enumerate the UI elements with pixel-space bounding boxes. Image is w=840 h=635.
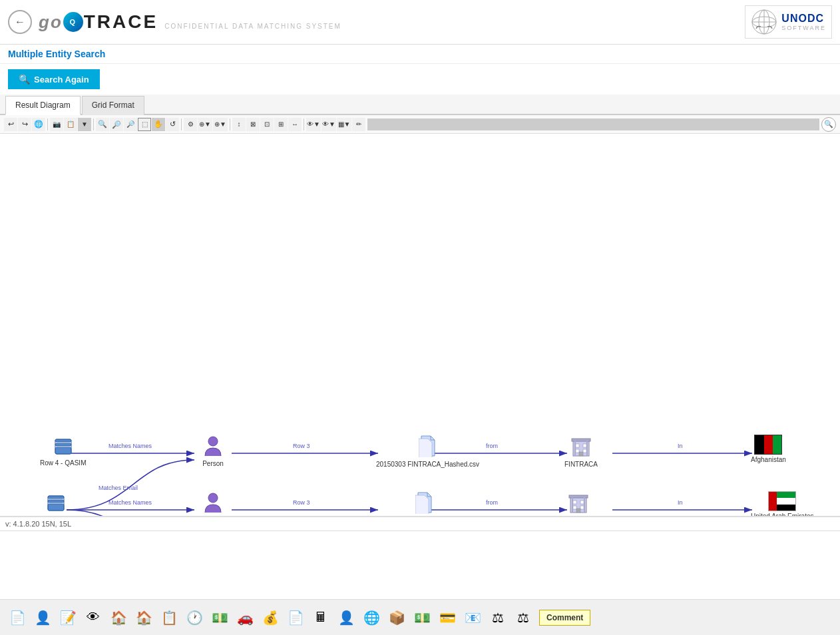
node-row4-label: Row 4 - QASIM <box>40 459 86 467</box>
toolbar-refresh-btn[interactable]: ↺ <box>166 118 179 131</box>
svg-point-36 <box>208 437 218 446</box>
tab-result-diagram[interactable]: Result Diagram <box>5 96 81 115</box>
node-person1-label: Person <box>202 460 224 467</box>
toolbar-connect-btn[interactable]: ↔ <box>288 118 302 131</box>
node-file1[interactable]: 20150303 FINTRACA_Hashed.csv <box>376 435 479 468</box>
svg-rect-33 <box>55 443 71 446</box>
bottom-tool-money[interactable]: 💵 <box>208 606 232 630</box>
toolbar-redo-btn[interactable]: ↪ <box>18 118 31 131</box>
bottom-tool-doc2[interactable]: 📄 <box>284 606 308 630</box>
bottom-tool-gavel[interactable]: ⚖ <box>511 606 535 630</box>
svg-rect-34 <box>55 447 71 454</box>
node-person1[interactable]: Person <box>202 435 224 467</box>
flag-uae-icon <box>768 491 796 511</box>
node-row3email-label: Row 3 - hq@gmail.com <box>21 516 91 517</box>
svg-rect-47 <box>574 440 576 456</box>
bottom-tool-email[interactable]: 📧 <box>461 606 485 630</box>
toolbar-select-btn[interactable]: ⬚ <box>138 118 151 131</box>
bottom-tool-person[interactable]: 👤 <box>31 606 55 630</box>
diagram-area[interactable]: Matches Names Row 3 from In Matches Name… <box>0 134 840 517</box>
toolbar-sep-1 <box>47 118 48 130</box>
svg-text:In: In <box>678 443 683 449</box>
logo-brand: go Q TRACE CONFIDENTIAL DATA MATCHING SY… <box>39 11 341 33</box>
toolbar-grid-btn[interactable]: ⊞ <box>274 118 288 131</box>
node-uae[interactable]: United Arab Emirates <box>751 491 814 517</box>
bottom-tool-home[interactable]: 🏠 <box>106 606 130 630</box>
toolbar-search-right-btn[interactable]: 🔍 <box>821 117 836 132</box>
bottom-tool-home2[interactable]: 🏠 <box>132 606 156 630</box>
building2-icon <box>568 491 589 516</box>
node-fintraca[interactable]: FINTRACA <box>564 435 598 468</box>
toolbar-panel-btn[interactable]: ▦▼ <box>337 118 351 131</box>
svg-rect-62 <box>580 506 584 509</box>
toolbar-zoom-fit-btn[interactable]: 🔎 <box>124 118 137 131</box>
toolbar-sep-5 <box>304 118 304 130</box>
page-title-bar: Multiple Entity Search <box>0 45 840 64</box>
svg-text:Matches Names: Matches Names <box>108 499 152 506</box>
bottom-tool-calc[interactable]: 🖩 <box>309 606 333 630</box>
svg-text:Row 3: Row 3 <box>293 499 310 506</box>
bottom-tool-edit[interactable]: 📝 <box>56 606 80 630</box>
toolbar-camera-btn[interactable]: 📷 <box>50 118 63 131</box>
node-amlscu[interactable]: AMLSCU <box>564 491 592 517</box>
svg-rect-49 <box>48 496 64 499</box>
svg-rect-44 <box>576 449 579 453</box>
search-icon: 🔍 <box>19 74 30 85</box>
search-again-button[interactable]: 🔍 Search Again <box>8 69 100 89</box>
toolbar-undo-btn[interactable]: ↩ <box>4 118 17 131</box>
database-icon <box>53 437 74 458</box>
bottom-tool-clipboard[interactable]: 📋 <box>157 606 181 630</box>
bottom-tool-car[interactable]: 🚗 <box>233 606 257 630</box>
tab-grid-format[interactable]: Grid Format <box>82 96 144 115</box>
toolbar-globe-btn[interactable]: 🌐 <box>32 118 45 131</box>
tabs-bar: Result Diagram Grid Format <box>0 95 840 115</box>
logo-go: go <box>39 12 63 33</box>
bottom-toolbar: 📄 👤 📝 👁 🏠 🏠 📋 🕐 💵 🚗 💰 📄 🖩 👤 🌐 📦 💵 💳 📧 ⚖ … <box>0 599 840 635</box>
node-row3-email[interactable]: Row 3 - hq@gmail.com <box>21 493 91 517</box>
search-again-label: Search Again <box>34 75 89 85</box>
toolbar-zoom-out-btn[interactable]: 🔍 <box>110 118 123 131</box>
logo-circle: Q <box>63 12 83 32</box>
back-button[interactable]: ← <box>8 10 32 34</box>
svg-text:Matches Email: Matches Email <box>99 485 138 491</box>
toolbar-zoom-in-btn[interactable]: 🔍 <box>96 118 109 131</box>
svg-rect-46 <box>579 452 583 456</box>
toolbar-layout2-btn[interactable]: ⊕▼ <box>198 118 212 131</box>
toolbar-hand-btn[interactable]: ✋ <box>152 118 165 131</box>
node-afghanistan-label: Afghanistan <box>751 456 786 463</box>
toolbar-layout-btn[interactable]: ⚙ <box>184 118 197 131</box>
logo-text: go Q TRACE CONFIDENTIAL DATA MATCHING SY… <box>39 11 341 33</box>
bottom-tool-money2[interactable]: 💵 <box>410 606 434 630</box>
toolbar-dropdown-btn[interactable]: ▼ <box>78 118 91 131</box>
node-file2[interactable]: 20150303 AMLSCU_Hashed.csv <box>376 491 473 517</box>
bottom-tool-doc[interactable]: 📄 <box>5 606 29 630</box>
toolbar-copy-btn[interactable]: 📋 <box>64 118 77 131</box>
toolbar-expand-btn[interactable]: ↕ <box>232 118 246 131</box>
bottom-tool-clock[interactable]: 🕐 <box>182 606 206 630</box>
svg-rect-32 <box>55 439 71 442</box>
status-bar: v: 4.1.8.20 15N, 15L <box>0 517 840 531</box>
bottom-tool-globe[interactable]: 🌐 <box>359 606 383 630</box>
bottom-tool-card[interactable]: 💳 <box>435 606 459 630</box>
bottom-tool-person2[interactable]: 👤 <box>334 606 358 630</box>
svg-rect-60 <box>580 501 584 504</box>
toolbar-cluster-btn[interactable]: ⊠ <box>246 118 260 131</box>
bottom-tool-scale[interactable]: ⚖ <box>486 606 510 630</box>
toolbar-eye2-btn[interactable]: 👁▼ <box>321 118 336 131</box>
toolbar-uncluster-btn[interactable]: ⊡ <box>260 118 274 131</box>
bottom-tool-eye[interactable]: 👁 <box>81 606 105 630</box>
node-person2[interactable]: Person <box>202 491 224 517</box>
toolbar-edit-btn[interactable]: ✏ <box>352 118 365 131</box>
comment-button[interactable]: Comment <box>539 610 590 626</box>
toolbar-arrange-btn[interactable]: ⊕▼ <box>213 118 228 131</box>
toolbar-eye-btn[interactable]: 👁▼ <box>306 118 321 131</box>
bottom-tool-coin[interactable]: 💰 <box>258 606 282 630</box>
back-arrow-icon: ← <box>15 16 25 28</box>
file-icon <box>419 435 437 459</box>
unodc-sub: SOFTWARE <box>781 25 826 31</box>
database2-icon <box>45 493 67 515</box>
svg-text:In: In <box>678 499 683 506</box>
node-afghanistan[interactable]: Afghanistan <box>751 435 786 463</box>
node-row4-qasim[interactable]: Row 4 - QASIM <box>40 437 86 467</box>
bottom-tool-box[interactable]: 📦 <box>385 606 409 630</box>
